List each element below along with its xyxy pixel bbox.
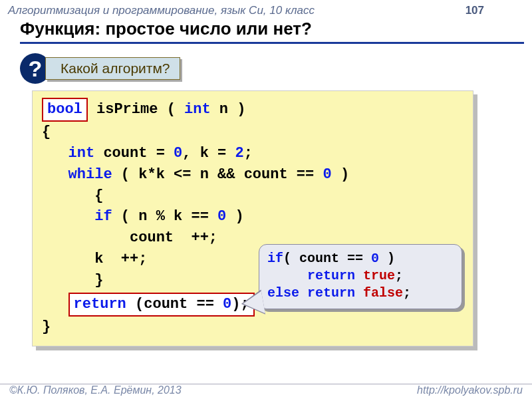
footer-copyright: ©К.Ю. Поляков, Е.А. Ерёмин, 2013	[9, 384, 182, 396]
callout-bubble: if( count == 0 ) return true; else retur…	[259, 244, 462, 309]
question-text: Какой алгоритм?	[45, 57, 180, 80]
code-line-6: if ( n % k == 0 )	[42, 206, 461, 227]
footer-url: http://kpolyakov.spb.ru	[417, 384, 523, 396]
return-highlight: return (count == 0);	[68, 293, 255, 317]
question-row: ? Какой алгоритм?	[20, 53, 532, 84]
code-line-4: while ( k*k <= n && count == 0 )	[42, 164, 461, 186]
code-line-5: {	[42, 186, 461, 207]
callout-line-3: else return false;	[267, 285, 454, 302]
page-number: 107	[466, 4, 484, 17]
code-line-11: }	[42, 317, 461, 338]
slide-title: Функция: простое число или нет?	[20, 19, 524, 44]
code-line-3: int count = 0, k = 2;	[42, 143, 461, 164]
course-title: Алгоритмизация и программирование, язык …	[8, 4, 315, 17]
code-block: bool isPrime ( int n ) { int count = 0, …	[32, 90, 473, 346]
callout-tail	[241, 291, 265, 317]
code-line-1: bool isPrime ( int n )	[42, 98, 461, 122]
callout-line-1: if( count == 0 )	[267, 250, 454, 267]
code-line-2: {	[42, 122, 461, 143]
slide-footer: ©К.Ю. Поляков, Е.А. Ерёмин, 2013 http://…	[0, 384, 532, 396]
slide-header: Алгоритмизация и программирование, язык …	[0, 0, 532, 19]
callout-line-2: return true;	[267, 267, 454, 285]
bool-highlight: bool	[42, 98, 88, 122]
